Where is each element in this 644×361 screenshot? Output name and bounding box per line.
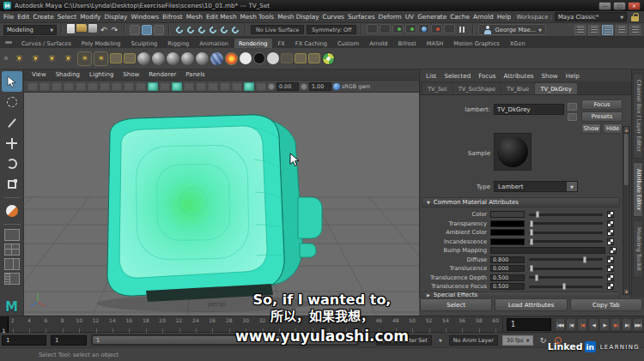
- menu-windows[interactable]: Windows: [131, 13, 159, 21]
- make-live-icon[interactable]: [230, 25, 240, 35]
- menu-uv[interactable]: UV: [405, 13, 414, 21]
- menu-file[interactable]: File: [3, 13, 14, 21]
- slider-handle[interactable]: [535, 274, 538, 281]
- exposure-field[interactable]: 0.00: [276, 82, 299, 91]
- value-field[interactable]: 0.500: [490, 283, 525, 290]
- film-gate-icon[interactable]: [88, 82, 98, 91]
- vp-menu-shading[interactable]: Shading: [56, 71, 80, 78]
- shelf-tab-sculpting[interactable]: Sculpting: [126, 39, 161, 48]
- material-type-dropdown[interactable]: Lambert ▼: [494, 181, 578, 192]
- open-scene-icon[interactable]: [76, 24, 87, 32]
- live-surface-field[interactable]: No Live Surface: [251, 25, 304, 34]
- phong-material-icon[interactable]: [181, 52, 194, 65]
- light-utility-icon[interactable]: [308, 53, 320, 63]
- scrollbar[interactable]: ▲ ▼: [623, 126, 630, 295]
- isolate-select-icon[interactable]: [244, 82, 254, 91]
- attribute-editor-toggle-icon[interactable]: [602, 25, 613, 35]
- tool-settings-toggle-icon[interactable]: [616, 25, 627, 35]
- render-current-frame-icon[interactable]: [380, 24, 391, 33]
- paint-select-tool[interactable]: [2, 112, 22, 133]
- texture-map-button[interactable]: [610, 247, 617, 254]
- pause-viewport-icon[interactable]: [457, 24, 468, 35]
- lock-camera-icon[interactable]: [39, 82, 50, 91]
- shelf-tab-bifrost[interactable]: Bifrost: [394, 39, 421, 48]
- shelf-tab-xgen[interactable]: XGen: [506, 39, 530, 48]
- ipr-render-icon[interactable]: [392, 24, 404, 33]
- render-view-icon[interactable]: [367, 24, 378, 33]
- attr-slider[interactable]: [529, 268, 603, 270]
- gamma-field[interactable]: 1.00: [309, 82, 331, 91]
- texture-map-button[interactable]: [607, 265, 614, 272]
- render-node-icon[interactable]: [110, 53, 122, 63]
- ramp-shader-icon[interactable]: [225, 52, 238, 65]
- slider-handle[interactable]: [530, 220, 533, 227]
- vp-menu-panels[interactable]: Panels: [185, 71, 205, 78]
- shelf-tab-arnold[interactable]: Arnold: [365, 39, 392, 48]
- shelf-menu-icon[interactable]: [4, 57, 8, 60]
- texture-map-button[interactable]: [607, 211, 614, 218]
- menu-set-dropdown[interactable]: Modeling ▼: [3, 25, 57, 35]
- close-button[interactable]: ×: [628, 2, 641, 10]
- vp-menu-view[interactable]: View: [32, 71, 46, 78]
- grease-pencil-icon[interactable]: [256, 82, 266, 91]
- shelf-tab-mash[interactable]: MASH: [422, 39, 447, 48]
- menu-curves[interactable]: Curves: [323, 13, 344, 21]
- modeling-toolkit-toggle-icon[interactable]: [574, 25, 586, 35]
- hide-button[interactable]: Hide: [603, 123, 623, 134]
- attr-slider[interactable]: [529, 240, 603, 243]
- slider-handle[interactable]: [536, 211, 539, 218]
- ae-menu-attributes[interactable]: Attributes: [503, 72, 533, 80]
- ae-tab-tv-set[interactable]: TV_Set: [422, 83, 453, 94]
- menu-create[interactable]: Create: [33, 13, 53, 21]
- input-connections-icon[interactable]: [568, 113, 577, 121]
- rotate-tool[interactable]: [2, 153, 22, 174]
- color-swatch[interactable]: [490, 238, 525, 245]
- panel-tab-channel-box-layer-editor[interactable]: Channel Box / Layer Editor: [633, 73, 643, 159]
- section-common-material-attributes[interactable]: ▼ Common Material Attributes: [422, 197, 620, 208]
- ao-icon[interactable]: [196, 82, 206, 91]
- phong-e-material-icon[interactable]: [196, 52, 209, 65]
- texture-map-button[interactable]: [607, 256, 614, 263]
- snap-to-curve-icon[interactable]: [185, 25, 196, 35]
- vp-menu-show[interactable]: Show: [123, 71, 139, 78]
- attr-slider[interactable]: [529, 222, 603, 225]
- scroll-up-icon[interactable]: ▲: [624, 127, 629, 132]
- slider-handle[interactable]: [530, 265, 533, 272]
- attr-slider[interactable]: [529, 214, 603, 216]
- menu-display[interactable]: Display: [104, 13, 127, 21]
- shelf-tab-motion-graphics[interactable]: Motion Graphics: [449, 39, 504, 48]
- toon-shading-icon[interactable]: [431, 24, 442, 33]
- ae-menu-focus[interactable]: Focus: [478, 72, 495, 80]
- attr-slider[interactable]: [529, 276, 603, 279]
- snap-to-grid-icon[interactable]: [174, 25, 185, 35]
- select-tool[interactable]: [2, 71, 22, 92]
- menu-bifrost[interactable]: Bifrost: [162, 13, 183, 21]
- scrollbar-thumb[interactable]: [624, 134, 629, 185]
- panel-tab-attribute-editor[interactable]: Attribute Editor: [633, 162, 643, 217]
- color-swatch[interactable]: [490, 229, 525, 236]
- anisotropic-material-icon[interactable]: [137, 52, 150, 65]
- safe-action-icon[interactable]: [124, 82, 134, 91]
- output-connections-icon[interactable]: [568, 103, 577, 111]
- shading-group-icon[interactable]: [124, 53, 136, 63]
- layout-four-pane-button[interactable]: [4, 244, 20, 256]
- multisample-icon[interactable]: [220, 82, 230, 91]
- redo-icon[interactable]: ↷: [110, 24, 119, 35]
- layout-two-pane-button[interactable]: [4, 258, 20, 270]
- minimize-button[interactable]: —: [598, 2, 611, 10]
- menu-mesh-tools[interactable]: Mesh Tools: [240, 13, 275, 21]
- wireframe-mode-icon[interactable]: [136, 82, 146, 91]
- texture-map-button[interactable]: [607, 283, 614, 290]
- show-button[interactable]: Show: [581, 123, 601, 134]
- surface-shader-icon[interactable]: [240, 52, 252, 64]
- ae-tab-tv-dkgrey[interactable]: TV_DkGrey: [535, 83, 576, 94]
- select-component-icon[interactable]: [154, 25, 164, 35]
- texture-utility-icon[interactable]: [295, 53, 307, 63]
- volume-light-icon[interactable]: ☀: [94, 51, 108, 66]
- menu-select[interactable]: Select: [58, 13, 77, 21]
- image-plane-icon[interactable]: [76, 82, 86, 91]
- symmetry-field[interactable]: Symmetry: Off: [307, 25, 356, 34]
- use-all-lights-icon[interactable]: [172, 82, 182, 91]
- undo-icon[interactable]: ↶: [99, 24, 108, 35]
- menu-mesh-display[interactable]: Mesh Display: [277, 13, 319, 21]
